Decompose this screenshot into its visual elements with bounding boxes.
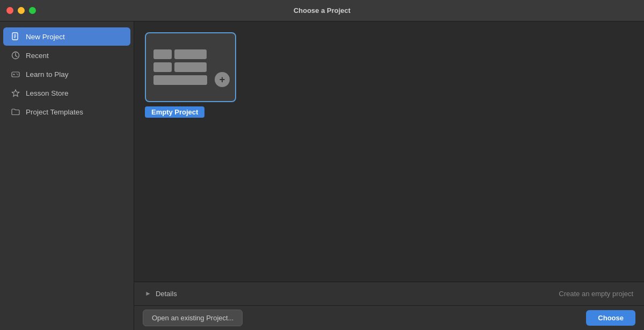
sidebar-item-lesson-store[interactable]: Lesson Store: [3, 84, 130, 102]
main-area: New Project Recent: [0, 21, 644, 330]
details-row: ► Details Create an empty project: [134, 282, 644, 306]
details-description: Create an empty project: [559, 290, 633, 298]
track-row-2: [153, 62, 228, 72]
empty-project-card[interactable]: +: [145, 32, 236, 102]
svg-point-11: [17, 74, 18, 75]
title-bar: Choose a Project: [0, 0, 644, 21]
svg-marker-12: [12, 90, 19, 96]
sidebar-item-recent[interactable]: Recent: [3, 46, 130, 64]
svg-line-6: [16, 56, 17, 57]
track-block: [153, 49, 172, 59]
details-label: Details: [156, 290, 177, 298]
chevron-right-icon: ►: [145, 290, 151, 297]
card-inner: +: [153, 49, 228, 85]
actions-row: Open an existing Project... Choose: [134, 306, 644, 330]
sidebar: New Project Recent: [0, 21, 134, 330]
bottom-bar: ► Details Create an empty project Open a…: [134, 282, 644, 330]
traffic-lights: [6, 7, 36, 14]
sidebar-item-label: New Project: [26, 33, 65, 41]
clock-icon: [11, 51, 20, 60]
track-block: [174, 49, 207, 59]
track-block: [174, 62, 207, 72]
project-label-container: Empty Project: [145, 106, 633, 118]
sidebar-item-label: Recent: [26, 52, 49, 60]
sidebar-item-project-templates[interactable]: Project Templates: [3, 103, 130, 121]
add-circle: +: [215, 72, 230, 87]
sidebar-item-learn-to-play[interactable]: Learn to Play: [3, 65, 130, 83]
content-grid: + Empty Project: [134, 21, 644, 282]
track-block: [153, 62, 172, 72]
star-icon: [11, 88, 20, 98]
file-new-icon: [11, 32, 20, 41]
close-button[interactable]: [6, 7, 13, 14]
gamepad-icon: [11, 69, 20, 79]
sidebar-item-new-project[interactable]: New Project: [3, 27, 130, 46]
svg-rect-7: [12, 72, 19, 77]
choose-button[interactable]: Choose: [586, 310, 635, 326]
content-area: + Empty Project ► Details Create an empt…: [134, 21, 644, 330]
sidebar-item-label: Project Templates: [26, 108, 83, 116]
svg-point-10: [17, 74, 18, 75]
project-label: Empty Project: [145, 106, 204, 118]
open-existing-button[interactable]: Open an existing Project...: [143, 310, 243, 326]
sidebar-item-label: Lesson Store: [26, 89, 69, 97]
empty-project-card-container: + Empty Project: [145, 32, 633, 118]
window-title: Choose a Project: [294, 6, 350, 15]
track-block: [153, 75, 207, 85]
maximize-button[interactable]: [29, 7, 36, 14]
minimize-button[interactable]: [18, 7, 25, 14]
track-row-1: [153, 49, 228, 59]
sidebar-item-label: Learn to Play: [26, 70, 69, 78]
folder-icon: [11, 107, 20, 117]
